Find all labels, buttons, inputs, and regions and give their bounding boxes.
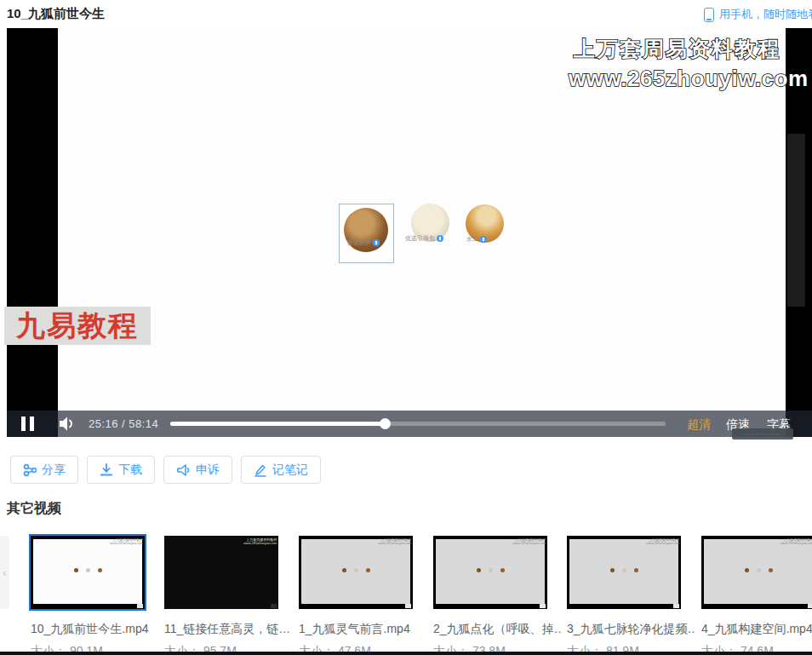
watermark-line2: www.265zhouyiw.com (569, 66, 786, 92)
avatar-label: 优选引领包 (405, 234, 443, 243)
video-title[interactable]: 2_九狐点化（呼吸、掉… (433, 622, 563, 637)
mobile-link-label: 用手机，随时随地看 (719, 7, 812, 22)
player-controls-bar: 25:16/58:14 超清 倍速 字幕 ············· (7, 411, 812, 437)
video-thumbnail[interactable]: 上万套周易资料教程www.265zhouyiw.com (701, 536, 812, 609)
volume-icon[interactable] (58, 416, 77, 432)
share-label: 分享 (42, 463, 66, 478)
thumb-avatars (433, 568, 547, 572)
thumb-watermark: 上万套周易资料教程www.265zhouyiw.com (243, 537, 277, 545)
video-title[interactable]: 1_九狐灵气前言.mp4 (299, 622, 428, 637)
thumb-corner (405, 604, 411, 608)
thumb-watermark: 上万套周易资料教程www.265zhouyiw.com (646, 537, 679, 545)
time-display: 25:16/58:14 (87, 417, 160, 430)
take-notes-label: 记笔记 (272, 463, 308, 478)
thumb-corner (137, 604, 143, 608)
video-watermark: 上万套周易资料教程 www.265zhouyiw.com (569, 35, 786, 92)
video-carousel: ‹ 上万套周易资料教程www.265zhouyiw.com 10_九狐前世今生.… (0, 528, 812, 655)
appeal-label: 申诉 (196, 463, 220, 478)
video-list-item[interactable]: 上万套周易资料教程www.265zhouyiw.com 4_九狐构建空间.mp4… (701, 528, 812, 655)
action-toolbar: 分享 下载 申诉 记笔记 (10, 456, 321, 484)
current-time: 25:16 (89, 417, 118, 430)
channel-watermark-text: 九易教程 (16, 307, 139, 346)
channel-watermark: 九易教程 (4, 307, 151, 345)
video-thumbnail[interactable]: 上万套周易资料教程www.265zhouyiw.com (567, 536, 681, 609)
watermark-line1: 上万套周易资料教程 (569, 35, 786, 63)
video-title[interactable]: 10_九狐前世今生.mp4 (31, 622, 160, 637)
verified-badge-icon (480, 236, 487, 243)
pause-button[interactable] (21, 417, 35, 431)
download-label: 下载 (118, 463, 142, 478)
page-title: 10_九狐前世今生 (7, 6, 105, 22)
progress-bar[interactable] (170, 422, 666, 426)
verified-badge-icon (373, 239, 380, 246)
video-player[interactable]: 上万套周易资料教程 www.265zhouyiw.com 盎次S·W 优选引领包… (7, 28, 812, 437)
controls-tooltip: ············· (732, 428, 793, 440)
download-button[interactable]: 下载 (87, 456, 155, 484)
thumb-corner (673, 604, 679, 608)
video-thumbnail[interactable]: 上万套周易资料教程www.265zhouyiw.com (164, 536, 278, 609)
progress-handle[interactable] (380, 418, 391, 429)
pencil-icon (254, 463, 267, 477)
progress-played (170, 422, 386, 426)
video-right-panel (787, 134, 805, 307)
video-list-item[interactable]: 上万套周易资料教程www.265zhouyiw.com 1_九狐灵气前言.mp4… (299, 528, 428, 655)
page-header: 10_九狐前世今生 用手机，随时随地看 (0, 0, 812, 28)
chevron-left-icon: ‹ (3, 566, 6, 579)
thumb-watermark: 上万套周易资料教程www.265zhouyiw.com (378, 537, 411, 545)
take-notes-button[interactable]: 记笔记 (241, 456, 321, 484)
video-thumbnail-selected[interactable]: 上万套周易资料教程www.265zhouyiw.com (31, 536, 145, 609)
video-title[interactable]: 4_九狐构建空间.mp4 (701, 622, 812, 637)
thumb-watermark: 上万套周易资料教程www.265zhouyiw.com (512, 537, 546, 545)
megaphone-icon (176, 463, 191, 477)
verified-badge-icon (437, 235, 443, 242)
thumb-corner (540, 604, 546, 608)
download-icon (100, 463, 113, 477)
carousel-prev-button[interactable]: ‹ (0, 536, 9, 609)
avatar-name: 盎次S·W (347, 238, 371, 247)
video-list-item[interactable]: 上万套周易资料教程www.265zhouyiw.com 3_九狐七脉轮净化提频…… (567, 528, 696, 655)
video-thumbnail[interactable]: 上万套周易资料教程www.265zhouyiw.com (299, 536, 413, 609)
thumb-avatars (701, 568, 812, 572)
thumb-corner (271, 604, 277, 608)
thumb-avatars (299, 568, 413, 572)
thumb-avatars (31, 568, 145, 572)
thumb-watermark: 上万套周易资料教程www.265zhouyiw.com (110, 537, 143, 545)
video-list-item[interactable]: 上万套周易资料教程www.265zhouyiw.com 10_九狐前世今生.mp… (31, 528, 160, 655)
video-list-item[interactable]: 上万套周易资料教程www.265zhouyiw.com 11_链接任意高灵，链…… (164, 528, 294, 655)
watch-on-mobile-link[interactable]: 用手机，随时随地看 (704, 4, 812, 25)
time-separator: / (122, 417, 125, 430)
video-thumbnail[interactable]: 上万套周易资料教程www.265zhouyiw.com (433, 536, 547, 609)
avatar-label: 水二 (466, 235, 487, 244)
video-title[interactable]: 11_链接任意高灵，链… (164, 622, 294, 637)
other-videos-heading: 其它视频 (7, 500, 61, 518)
thumb-corner (808, 604, 812, 608)
avatar-name: 水二 (466, 235, 478, 244)
total-duration: 58:14 (129, 417, 158, 430)
share-button[interactable]: 分享 (10, 456, 78, 484)
avatar-name: 优选引领包 (405, 234, 435, 243)
share-icon (23, 463, 37, 477)
quality-button[interactable]: 超清 (687, 417, 711, 433)
thumb-watermark: 上万套周易资料教程www.265zhouyiw.com (781, 537, 812, 545)
thumb-avatars (567, 568, 681, 572)
appeal-button[interactable]: 申诉 (163, 456, 232, 484)
video-title[interactable]: 3_九狐七脉轮净化提频… (567, 622, 696, 637)
phone-icon (704, 8, 714, 22)
avatar-label: 盎次S·W (347, 238, 380, 247)
bottom-edge-bar (0, 652, 812, 655)
video-list-item[interactable]: 上万套周易资料教程www.265zhouyiw.com 2_九狐点化（呼吸、掉…… (433, 528, 563, 655)
